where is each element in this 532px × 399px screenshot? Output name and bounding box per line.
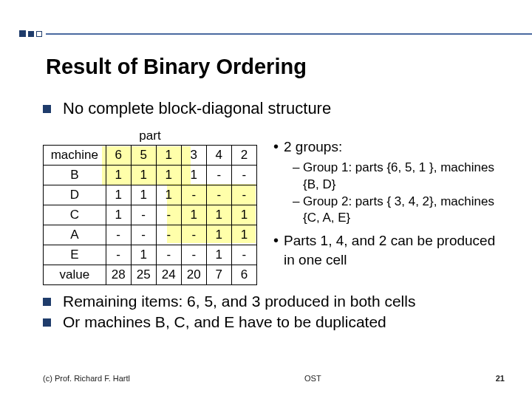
right-bullet-column: • 2 groups: – Group 1: parts {6, 5, 1 },… [273, 129, 510, 273]
bullet-dot-icon: • [273, 231, 284, 269]
square-bullet-icon [43, 105, 51, 113]
table-row: E - 1 - - 1 - [44, 245, 257, 265]
header-col: 4 [206, 146, 231, 166]
table-row: A - - - - 1 1 [44, 225, 257, 245]
right-bullet-2: • Parts 1, 4, and 2 can be produced in o… [273, 231, 510, 269]
sub-bullet-1: – Group 1: parts {6, 5, 1 }, machines {B… [293, 160, 510, 194]
right-bullet-1: • 2 groups: [273, 137, 510, 157]
header-col: 6 [106, 146, 131, 166]
table-value-row: value 28 25 24 20 7 6 [44, 265, 257, 285]
bullet-dot-icon: • [273, 137, 284, 157]
bottom-bullets: Remaining items: 6, 5, and 3 produced in… [43, 293, 516, 331]
dash-icon: – [293, 160, 303, 194]
slide-title: Result of Binary Ordering [46, 55, 307, 79]
dash-icon: – [293, 194, 303, 228]
square-bullet-icon [43, 318, 51, 327]
table-row: C 1 - - 1 1 1 [44, 205, 257, 225]
bottom-bullet-1: Remaining items: 6, 5, and 3 produced in… [43, 293, 516, 310]
header-accent [19, 15, 532, 37]
header-machine: machine [44, 146, 106, 166]
table-row: D 1 1 1 - - - [44, 185, 257, 205]
table-row: B 1 1 1 1 - - [44, 166, 257, 185]
bullet-line-1: No complete block-diagonal structure [43, 99, 516, 118]
header-col: 5 [131, 146, 156, 166]
ordering-table: machine 6 5 1 3 4 2 B 1 1 1 1 - - [43, 145, 257, 285]
header-col: 3 [181, 146, 206, 166]
square-bullet-icon [43, 298, 51, 306]
table-super-header: part [43, 129, 257, 143]
header-col: 1 [156, 146, 181, 166]
footer-center: OST [304, 374, 321, 383]
bullet-text-1: No complete block-diagonal structure [63, 99, 331, 118]
slide-footer: (c) Prof. Richard F. Hartl OST 21 [43, 374, 505, 383]
bottom-bullet-2: Or machines B, C, and E have to be dupli… [43, 313, 516, 331]
sub-bullet-2: – Group 2: parts { 3, 4, 2}, machines {C… [293, 194, 510, 228]
table-container: part machine 6 5 1 3 4 2 B 1 1 1 1 - [43, 129, 257, 285]
footer-page-number: 21 [496, 374, 505, 383]
table-header-row: machine 6 5 1 3 4 2 [44, 146, 257, 166]
footer-author: (c) Prof. Richard F. Hartl [43, 374, 130, 383]
header-col: 2 [231, 146, 256, 166]
